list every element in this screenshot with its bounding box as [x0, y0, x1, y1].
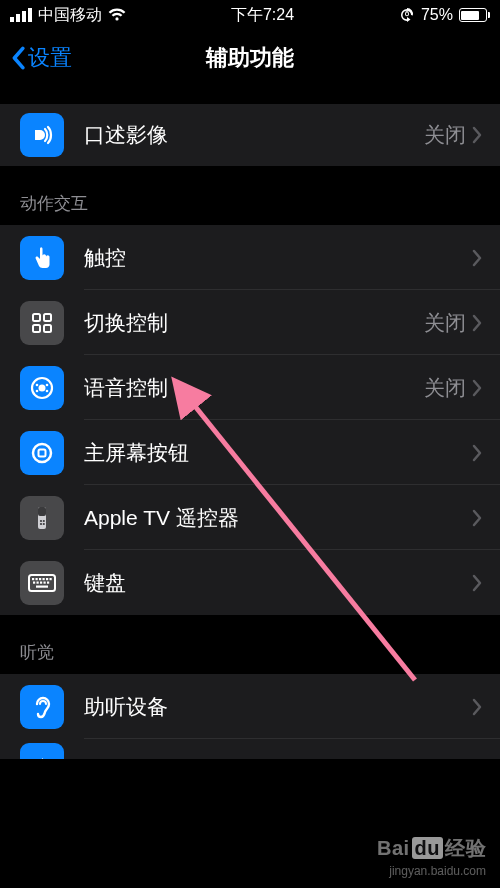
svg-rect-4 — [44, 325, 51, 332]
status-time: 下午7:24 — [231, 5, 294, 26]
row-hearing-devices[interactable]: 助听设备 — [0, 674, 500, 739]
status-right: 75% — [399, 6, 490, 24]
row-audio-descriptions[interactable]: 口述影像 关闭 — [0, 104, 500, 166]
watermark: Baidu经验 jingyan.baidu.com — [377, 835, 486, 878]
svg-rect-3 — [33, 325, 40, 332]
svg-rect-29 — [44, 581, 46, 583]
chevron-right-icon — [472, 509, 482, 527]
svg-rect-25 — [50, 578, 52, 580]
watermark-text-a: Bai — [377, 837, 410, 859]
row-value: 关闭 — [424, 309, 466, 337]
back-label: 设置 — [28, 43, 72, 73]
keyboard-icon — [20, 561, 64, 605]
watermark-url: jingyan.baidu.com — [377, 864, 486, 878]
row-voice-control[interactable]: 语音控制 关闭 — [0, 355, 500, 420]
svg-rect-24 — [46, 578, 48, 580]
row-partial-bottom[interactable] — [0, 739, 500, 759]
touch-icon — [20, 236, 64, 280]
carrier-label: 中国移动 — [38, 5, 102, 26]
watermark-text-c: 经验 — [445, 837, 486, 859]
svg-point-10 — [46, 389, 49, 392]
row-label: 键盘 — [84, 569, 466, 597]
svg-rect-2 — [44, 314, 51, 321]
nav-bar: 设置 辅助功能 — [0, 30, 500, 86]
row-label: 语音控制 — [84, 374, 424, 402]
svg-rect-31 — [36, 585, 48, 587]
chevron-right-icon — [472, 126, 482, 144]
chevron-right-icon — [472, 574, 482, 592]
row-switch-control[interactable]: 切换控制 关闭 — [0, 290, 500, 355]
chevron-left-icon — [10, 46, 26, 70]
row-label: Apple TV 遥控器 — [84, 504, 466, 532]
battery-percent: 75% — [421, 6, 453, 24]
row-label: 口述影像 — [84, 121, 424, 149]
chevron-right-icon — [472, 698, 482, 716]
section-header-hearing: 听觉 — [0, 615, 500, 674]
hearing-icon — [20, 685, 64, 729]
svg-point-16 — [43, 519, 45, 521]
list-hearing: 助听设备 — [0, 674, 500, 759]
svg-point-7 — [36, 383, 39, 386]
switch-control-icon — [20, 301, 64, 345]
previous-section-list: 口述影像 关闭 — [0, 104, 500, 166]
row-touch[interactable]: 触控 — [0, 225, 500, 290]
svg-rect-1 — [33, 314, 40, 321]
svg-rect-26 — [33, 581, 35, 583]
wifi-icon — [108, 8, 126, 22]
status-left: 中国移动 — [10, 5, 126, 26]
row-label: 触控 — [84, 244, 466, 272]
row-label: 主屏幕按钮 — [84, 439, 466, 467]
svg-rect-21 — [36, 578, 38, 580]
row-label: 切换控制 — [84, 309, 424, 337]
appletv-remote-icon — [20, 496, 64, 540]
svg-point-18 — [43, 522, 45, 524]
page-title: 辅助功能 — [206, 43, 294, 73]
chevron-right-icon — [472, 314, 482, 332]
svg-rect-0 — [406, 12, 409, 15]
row-value: 关闭 — [424, 121, 466, 149]
svg-rect-23 — [43, 578, 45, 580]
svg-point-17 — [40, 522, 42, 524]
svg-rect-22 — [39, 578, 41, 580]
row-appletv-remote[interactable]: Apple TV 遥控器 — [0, 485, 500, 550]
svg-rect-12 — [39, 449, 46, 456]
list-motion: 触控 切换控制 关闭 语音控制 关闭 主屏幕按钮 Apple TV 遥控器 — [0, 225, 500, 615]
battery-icon — [459, 8, 490, 22]
chevron-right-icon — [472, 379, 482, 397]
audio-description-icon — [20, 113, 64, 157]
svg-point-8 — [46, 383, 49, 386]
speaker-icon — [20, 743, 64, 759]
svg-rect-30 — [47, 581, 49, 583]
row-keyboard[interactable]: 键盘 — [0, 550, 500, 615]
svg-point-6 — [39, 384, 46, 391]
back-button[interactable]: 设置 — [10, 43, 72, 73]
svg-point-9 — [36, 389, 39, 392]
row-home-button[interactable]: 主屏幕按钮 — [0, 420, 500, 485]
row-label: 助听设备 — [84, 693, 466, 721]
home-button-icon — [20, 431, 64, 475]
signal-icon — [10, 8, 32, 22]
svg-point-15 — [40, 519, 42, 521]
watermark-text-b: du — [412, 837, 443, 859]
row-value: 关闭 — [424, 374, 466, 402]
svg-point-11 — [33, 444, 51, 462]
svg-rect-27 — [37, 581, 39, 583]
section-header-motion: 动作交互 — [0, 166, 500, 225]
voice-control-icon — [20, 366, 64, 410]
svg-rect-20 — [32, 578, 34, 580]
chevron-right-icon — [472, 444, 482, 462]
orientation-lock-icon — [399, 7, 415, 23]
svg-rect-14 — [38, 507, 46, 516]
chevron-right-icon — [472, 249, 482, 267]
svg-rect-28 — [40, 581, 42, 583]
status-bar: 中国移动 下午7:24 75% — [0, 0, 500, 30]
